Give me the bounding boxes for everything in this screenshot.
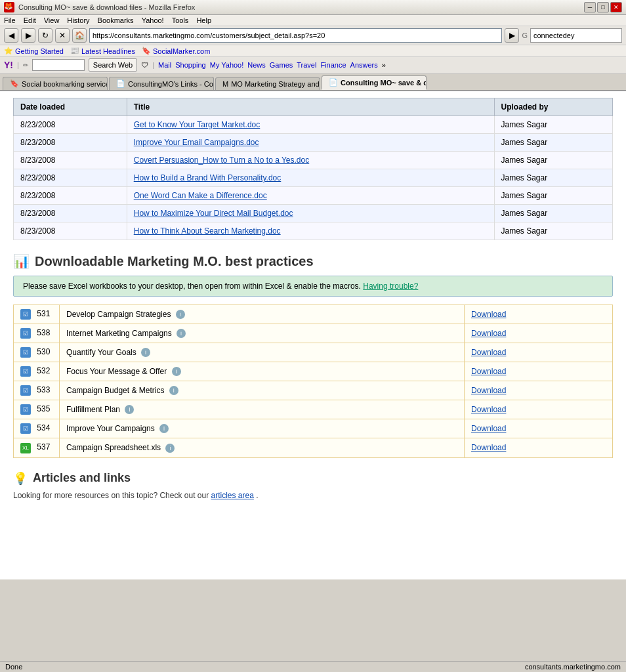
menu-view[interactable]: View — [44, 16, 60, 24]
table-row: 8/23/2008 Improve Your Email Campaigns.d… — [14, 134, 613, 152]
col-uploader: Uploaded by — [494, 98, 613, 116]
title-cell: How to Think About Search Marketing.doc — [127, 222, 494, 240]
yahoo-toolbar: Y! | ✏ Search Web 🛡 | Mail Shopping My Y… — [0, 57, 626, 74]
search-label: G — [522, 32, 528, 39]
list-item: ☑ 538 Internet Marketing Campaigns i Dow… — [14, 324, 613, 343]
yahoo-search-input[interactable] — [32, 59, 85, 71]
yahoo-myyahoo-link[interactable]: My Yahoo! — [210, 61, 244, 69]
practice-label-cell: Quantify Your Goals i — [60, 343, 465, 362]
tab-mo-marketing[interactable]: M MO Marketing Strategy and Marketin... … — [215, 77, 320, 90]
uploader-cell: James Sagar — [494, 134, 613, 152]
date-cell: 8/23/2008 — [14, 152, 127, 169]
file-link[interactable]: One Word Can Make a Difference.doc — [134, 191, 267, 200]
yahoo-games-link[interactable]: Games — [270, 61, 293, 69]
yahoo-divider: | — [17, 61, 19, 69]
info-badge[interactable]: i — [172, 367, 181, 376]
yahoo-finance-link[interactable]: Finance — [320, 61, 346, 69]
info-badge[interactable]: i — [177, 329, 186, 338]
title-cell: Improve Your Email Campaigns.doc — [127, 134, 494, 152]
yahoo-news-link[interactable]: News — [247, 61, 266, 69]
date-cell: 8/23/2008 — [14, 116, 127, 134]
info-badge[interactable]: i — [169, 386, 178, 395]
menu-help[interactable]: Help — [196, 16, 211, 24]
info-badge[interactable]: i — [159, 424, 169, 433]
main-content: Date loaded Title Uploaded by 8/23/2008 … — [0, 91, 626, 579]
socialmarker-icon: 🔖 — [142, 47, 151, 55]
download-link[interactable]: Download — [471, 348, 506, 357]
uploader-cell: James Sagar — [494, 169, 613, 187]
list-item: ☑ 535 Fulfillment Plan i Download — [14, 400, 613, 419]
home-button[interactable]: 🏠 — [72, 28, 87, 43]
yahoo-shopping-link[interactable]: Shopping — [175, 61, 206, 69]
file-link[interactable]: How to Build a Brand With Personality.do… — [134, 173, 282, 182]
bookmark-icon: ⭐ — [4, 47, 13, 55]
practices-table: ☑ 531 Develop Campaign Strategies i Down… — [13, 304, 613, 458]
bookmark-socialmarker[interactable]: 🔖 SocialMarker.com — [142, 47, 210, 55]
download-link[interactable]: Download — [471, 329, 506, 338]
files-table: Date loaded Title Uploaded by 8/23/2008 … — [13, 98, 613, 240]
info-badge[interactable]: i — [141, 348, 150, 357]
table-row: 8/23/2008 Covert Persuasion_How to Turn … — [14, 152, 613, 169]
file-link[interactable]: Get to Know Your Target Market.doc — [134, 120, 261, 129]
menu-tools[interactable]: Tools — [172, 16, 189, 24]
download-link[interactable]: Download — [471, 367, 506, 376]
close-button[interactable]: ✕ — [610, 2, 622, 12]
list-item: ☑ 533 Campaign Budget & Metrics i Downlo… — [14, 381, 613, 400]
practice-download-cell: Download — [465, 362, 613, 381]
yahoo-travel-link[interactable]: Travel — [297, 61, 316, 69]
stop-button[interactable]: ✕ — [55, 28, 70, 43]
tab-icon-4: 📄 — [329, 78, 338, 87]
menu-file[interactable]: File — [4, 16, 16, 24]
info-badge[interactable]: i — [165, 444, 175, 453]
practice-label-cell: Campaign Spreadsheet.xls i — [60, 438, 465, 458]
maximize-button[interactable]: □ — [597, 2, 609, 12]
forward-button[interactable]: ▶ — [21, 28, 35, 43]
info-badge[interactable]: i — [125, 405, 134, 414]
tab-consulting-mo-active[interactable]: 📄 Consulting MO~ save & downlo... ✕ — [322, 75, 427, 90]
uploader-cell: James Sagar — [494, 152, 613, 169]
excel-blue-icon: ☑ — [20, 385, 31, 396]
menu-history[interactable]: History — [67, 16, 89, 24]
file-link[interactable]: Covert Persuasion_How to Turn a No to a … — [134, 156, 310, 165]
yahoo-mail-link[interactable]: Mail — [158, 61, 171, 69]
menu-edit[interactable]: Edit — [24, 16, 36, 24]
practice-num-cell: ☑ 531 — [14, 305, 60, 324]
download-link[interactable]: Download — [471, 310, 506, 319]
practice-num-cell: XL 537 — [14, 438, 60, 458]
tab-social-bookmarking[interactable]: 🔖 Social bookmarking service. Fast t... … — [3, 77, 108, 90]
download-link[interactable]: Download — [471, 405, 506, 414]
go-button[interactable]: ▶ — [505, 28, 519, 43]
tab-consultingmo-links[interactable]: 📄 ConsultingMO's Links - Connecte... ✕ — [109, 77, 214, 90]
file-link[interactable]: Improve Your Email Campaigns.doc — [134, 138, 259, 147]
practice-download-cell: Download — [465, 343, 613, 362]
date-cell: 8/23/2008 — [14, 134, 127, 152]
practices-container: ☑ 531 Develop Campaign Strategies i Down… — [13, 304, 613, 458]
practice-download-cell: Download — [465, 400, 613, 419]
file-link[interactable]: How to Think About Search Marketing.doc — [134, 226, 281, 236]
titlebar: 🦊 Consulting MO~ save & download files -… — [0, 0, 626, 15]
info-badge[interactable]: i — [176, 310, 185, 319]
yahoo-search-web-button[interactable]: Search Web — [89, 58, 137, 72]
download-link[interactable]: Download — [471, 386, 506, 395]
date-cell: 8/23/2008 — [14, 169, 127, 187]
articles-link[interactable]: articles area — [211, 491, 254, 500]
bookmark-latest-headlines[interactable]: 📰 Latest Headlines — [70, 47, 135, 55]
yahoo-answers-link[interactable]: Answers — [350, 61, 378, 69]
reload-button[interactable]: ↻ — [38, 28, 52, 43]
browser-search-input[interactable] — [530, 28, 622, 43]
back-button[interactable]: ◀ — [4, 28, 18, 43]
minimize-button[interactable]: ─ — [584, 2, 596, 12]
download-link[interactable]: Download — [471, 443, 506, 452]
tab-icon: 🔖 — [10, 79, 19, 88]
menu-yahoo[interactable]: Yahoo! — [142, 16, 164, 24]
download-link[interactable]: Download — [471, 424, 506, 433]
practice-download-cell: Download — [465, 305, 613, 324]
bookmarks-bar: ⭐ Getting Started 📰 Latest Headlines 🔖 S… — [0, 45, 626, 57]
date-cell: 8/23/2008 — [14, 187, 127, 205]
menu-bookmarks[interactable]: Bookmarks — [98, 16, 134, 24]
having-trouble-link[interactable]: Having trouble? — [363, 282, 418, 291]
address-bar[interactable] — [89, 28, 502, 43]
file-link[interactable]: How to Maximize Your Direct Mail Budget.… — [134, 209, 293, 218]
table-row: 8/23/2008 Get to Know Your Target Market… — [14, 116, 613, 134]
bookmark-getting-started[interactable]: ⭐ Getting Started — [4, 47, 64, 55]
